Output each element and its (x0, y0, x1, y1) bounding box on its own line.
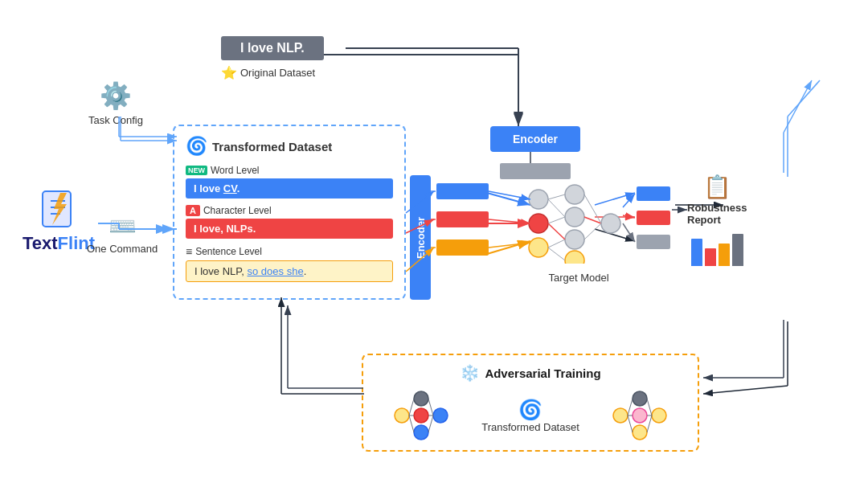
target-model-label: Target Model (530, 272, 627, 284)
neural-net (526, 183, 623, 264)
adv-cyclone-icon: 🌀 (518, 399, 542, 421)
svg-point-34 (529, 238, 548, 257)
star-icon: ⭐ (221, 65, 237, 80)
adversarial-content: 🌀 Transformed Dataset (376, 389, 685, 442)
target-model-text: Target Model (548, 272, 608, 284)
svg-line-15 (487, 241, 530, 254)
svg-point-36 (565, 207, 584, 227)
svg-line-94 (623, 215, 635, 218)
svg-point-64 (414, 408, 428, 423)
sentence-level-box: I love NLP, so does she. (186, 260, 393, 282)
adv-dataset-label: Transformed Dataset (481, 421, 579, 433)
svg-point-39 (601, 214, 620, 233)
svg-line-90 (489, 191, 530, 199)
adversarial-title-text: Adversarial Training (485, 366, 600, 380)
adv-cyclone-area: 🌀 Transformed Dataset (481, 399, 579, 433)
word-level-box: I love CV. (186, 178, 393, 199)
textflint-label: TextFlint (23, 233, 95, 254)
lines-badge: ≡ (186, 245, 192, 258)
svg-point-77 (652, 408, 666, 423)
character-level-box: I love, NLPs. (186, 219, 393, 239)
input-bar-red (436, 211, 489, 227)
cyclone-icon: 🌀 (186, 136, 207, 157)
svg-line-78 (628, 399, 633, 415)
textflint-logo: TextFlint (23, 185, 95, 254)
word-level-label: NEW Word Level (186, 165, 393, 176)
svg-point-63 (414, 391, 428, 406)
svg-point-66 (433, 408, 448, 423)
svg-point-33 (529, 214, 548, 233)
diagram-container: TextFlint ⚙️ Task Config ⌨️ One Command … (0, 0, 868, 483)
output-bar-blue (637, 186, 670, 201)
report-chart (691, 231, 743, 266)
transformed-title-text: Transformed Dataset (212, 140, 332, 153)
report-doc-icon: 📋 (703, 174, 731, 200)
svg-line-72 (428, 415, 433, 432)
encoder-left: Encoder (410, 175, 431, 300)
svg-line-98 (784, 80, 812, 133)
input-bar-yellow (436, 239, 489, 256)
transformed-title: 🌀 Transformed Dataset (186, 136, 393, 157)
svg-line-41 (548, 199, 565, 217)
sentence-level-label: ≡ Sentence Level (186, 245, 393, 258)
svg-line-48 (584, 223, 601, 239)
one-command-label: One Command (87, 243, 158, 255)
task-config-label: Task Config (88, 114, 143, 126)
logo-text: Text (23, 233, 58, 253)
encoder-left-label: Encoder (415, 217, 427, 259)
word-level-text: Word Level (211, 165, 259, 176)
svg-line-81 (647, 399, 652, 415)
adversarial-title: ❄️ Adversarial Training (376, 363, 685, 383)
svg-line-67 (409, 399, 414, 415)
chart-bar-gray (732, 234, 743, 266)
svg-line-93 (623, 194, 635, 207)
gray-bar (500, 163, 571, 179)
keyboard-icon: ⌨️ (108, 213, 137, 239)
character-level-label: A Character Level (186, 205, 393, 216)
svg-point-75 (633, 408, 647, 423)
svg-point-62 (395, 408, 409, 423)
svg-line-21 (788, 80, 820, 117)
chart-bar-yellow (719, 244, 730, 266)
chart-bar-red (705, 248, 716, 266)
sentence-level-row: ≡ Sentence Level I love NLP, so does she… (186, 245, 393, 282)
svg-line-23 (703, 386, 788, 394)
transformed-panel: 🌀 Transformed Dataset NEW Word Level I l… (173, 125, 406, 300)
output-bar-gray (637, 235, 670, 249)
svg-point-38 (565, 251, 584, 264)
svg-line-40 (548, 194, 565, 199)
svg-point-35 (565, 185, 584, 204)
output-bar-red (637, 211, 670, 225)
task-config: ⚙️ Task Config (88, 80, 143, 126)
a-badge: A (186, 205, 200, 216)
snowflake-icon: ❄️ (460, 363, 480, 383)
original-dataset-box: I love NLP. (221, 36, 324, 60)
svg-point-74 (633, 391, 647, 406)
svg-point-73 (613, 408, 628, 423)
svg-line-83 (647, 415, 652, 432)
svg-line-47 (584, 194, 601, 223)
character-level-text: Character Level (203, 205, 272, 216)
svg-point-32 (529, 190, 548, 209)
adv-nn-left (392, 389, 450, 442)
svg-line-91 (489, 219, 530, 223)
original-dataset: I love NLP. ⭐ Original Dataset (221, 36, 324, 80)
svg-line-13 (487, 193, 530, 205)
svg-line-45 (548, 248, 565, 260)
textflint-icon (35, 185, 83, 233)
character-level-row: A Character Level I love, NLPs. (186, 205, 393, 239)
chart-bar-blue (691, 239, 702, 266)
word-level-row: NEW Word Level I love CV. (186, 165, 393, 199)
encoder-top-label: Encoder (513, 133, 558, 145)
encoder-top: Encoder (490, 126, 580, 152)
robustness-report: 📋 Robustness Report (687, 174, 747, 266)
svg-line-95 (623, 223, 635, 242)
svg-point-65 (414, 425, 428, 440)
gear-icon: ⚙️ (100, 80, 132, 111)
report-label: Robustness Report (687, 202, 747, 226)
svg-line-70 (428, 399, 433, 415)
svg-line-46 (584, 217, 601, 223)
svg-line-44 (548, 239, 565, 248)
one-command: ⌨️ One Command (87, 213, 158, 255)
svg-point-37 (565, 230, 584, 249)
